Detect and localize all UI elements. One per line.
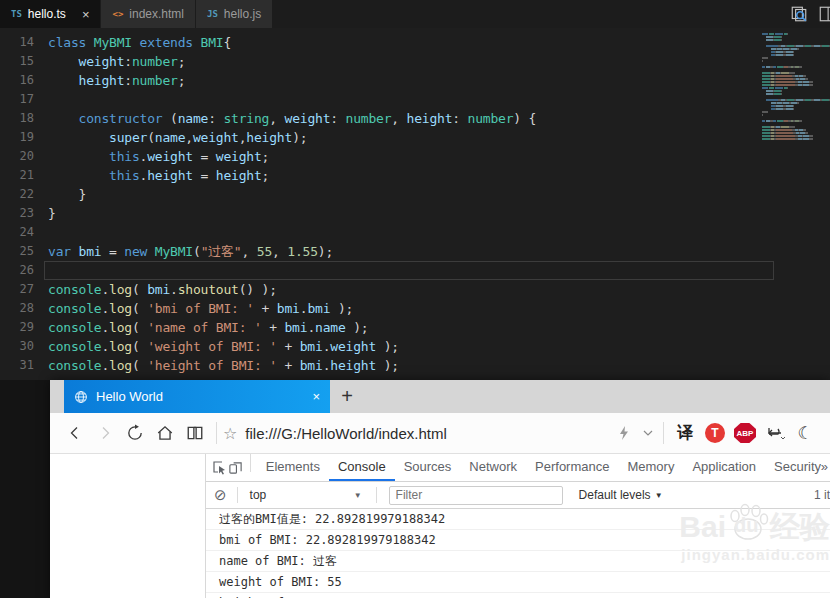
console-log-row: 过客的BMI值是: 22.892819979188342	[206, 509, 830, 530]
code-text: console.log( 'bmi of BMI: ' + bmi.bmi );	[34, 299, 353, 318]
code-line-31[interactable]: 31console.log( 'height of BMI: ' + bmi.h…	[0, 356, 830, 375]
code-editor[interactable]: 14class MyBMI extends BMI{15 weight:numb…	[0, 28, 830, 380]
code-text: height:number;	[34, 71, 185, 90]
line-number: 22	[0, 185, 34, 204]
new-tab-button[interactable]: +	[330, 380, 364, 413]
tab-label: hello.ts	[28, 7, 66, 21]
devtools-tab-memory[interactable]: Memory	[618, 454, 683, 481]
refresh-icon[interactable]	[120, 418, 150, 448]
file-type-icon: JS	[207, 9, 218, 19]
divider	[216, 422, 217, 444]
code-text: constructor (name: string, weight: numbe…	[34, 109, 536, 128]
dark-mode-moon-icon[interactable]: ☾	[790, 418, 820, 448]
devtools-tab-performance[interactable]: Performance	[526, 454, 618, 481]
split-editor-icon[interactable]	[818, 5, 830, 23]
filter-input[interactable]	[389, 486, 563, 505]
close-tab-icon[interactable]: ×	[82, 7, 90, 22]
context-selector[interactable]: top ▼	[244, 488, 370, 502]
undo-close-tab-icon[interactable]	[760, 418, 790, 448]
back-icon[interactable]	[60, 418, 90, 448]
code-line-30[interactable]: 30console.log( 'weight of BMI: ' + bmi.w…	[0, 337, 830, 356]
devtools-tab-network[interactable]: Network	[460, 454, 526, 481]
line-number: 23	[0, 204, 34, 223]
code-line-28[interactable]: 28console.log( 'bmi of BMI: ' + bmi.bmi …	[0, 299, 830, 318]
translate-extension-icon[interactable]: 译	[670, 418, 700, 448]
code-text	[34, 223, 48, 242]
divider	[663, 422, 664, 444]
line-number: 25	[0, 242, 34, 261]
code-text: console.log( 'name of BMI: ' + bmi.name …	[34, 318, 368, 337]
lightning-icon[interactable]	[609, 418, 639, 448]
code-text: this.weight = weight;	[34, 147, 269, 166]
browser-content: ElementsConsoleSourcesNetworkPerformance…	[50, 454, 830, 598]
editor-tab-hello.ts[interactable]: TShello.ts×	[0, 0, 101, 28]
code-line-29[interactable]: 29console.log( 'name of BMI: ' + bmi.nam…	[0, 318, 830, 337]
devtools-tab-application[interactable]: Application	[683, 454, 765, 481]
globe-icon	[74, 390, 88, 404]
devtools-tab-console[interactable]: Console	[329, 454, 395, 481]
code-text: super(name,weight,height);	[34, 128, 307, 147]
caret-down-icon: ▼	[655, 491, 663, 500]
console-log-row: bmi of BMI: 22.892819979188342	[206, 530, 830, 551]
minimap[interactable]	[758, 33, 830, 141]
reading-list-icon[interactable]	[180, 418, 210, 448]
divider	[237, 487, 238, 503]
tampermonkey-extension-icon[interactable]: T	[700, 418, 730, 448]
code-text	[34, 90, 48, 109]
devtools-tab-bar: ElementsConsoleSourcesNetworkPerformance…	[206, 454, 830, 482]
code-line-25[interactable]: 25var bmi = new MyBMI("过客", 55, 1.55);	[0, 242, 830, 261]
vscode-tab-bar: TShello.ts×<>index.htmlJShello.js	[0, 0, 830, 28]
home-icon[interactable]	[150, 418, 180, 448]
tab-close-icon[interactable]: ×	[312, 389, 320, 404]
search-editor-icon[interactable]	[790, 5, 808, 23]
code-line-14[interactable]: 14class MyBMI extends BMI{	[0, 33, 830, 52]
inspect-element-icon[interactable]	[212, 454, 228, 481]
browser-window: Hello World × + ☆ file:///G:/Hel	[50, 380, 830, 598]
browser-tab-hello-world[interactable]: Hello World ×	[64, 380, 330, 413]
divider	[250, 454, 251, 472]
code-line-19[interactable]: 19 super(name,weight,height);	[0, 128, 830, 147]
code-line-27[interactable]: 27console.log( bmi.shoutout() );	[0, 280, 830, 299]
line-number: 15	[0, 52, 34, 71]
forward-icon[interactable]	[90, 418, 120, 448]
editor-tab-hello.js[interactable]: JShello.js	[196, 0, 273, 28]
code-line-18[interactable]: 18 constructor (name: string, weight: nu…	[0, 109, 830, 128]
devtools-tab-elements[interactable]: Elements	[257, 454, 329, 481]
code-line-23[interactable]: 23}	[0, 204, 830, 223]
code-text: console.log( 'height of BMI: ' + bmi.hei…	[34, 356, 399, 375]
line-number: 16	[0, 71, 34, 90]
log-levels-dropdown[interactable]: Default levels ▼	[579, 488, 663, 502]
code-line-16[interactable]: 16 height:number;	[0, 71, 830, 90]
divider	[376, 487, 377, 503]
code-line-24[interactable]: 24	[0, 223, 830, 242]
code-text: }	[34, 185, 86, 204]
tab-label: index.html	[129, 7, 184, 21]
clear-console-icon[interactable]: ⊘	[214, 486, 227, 504]
adblock-extension-icon[interactable]: ABP	[730, 418, 760, 448]
line-number: 20	[0, 147, 34, 166]
device-toolbar-icon[interactable]	[228, 454, 244, 481]
line-number: 31	[0, 356, 34, 375]
line-number: 14	[0, 33, 34, 52]
address-bar: ☆ file:///G:/HelloWorld/index.html 译 T A…	[50, 413, 830, 454]
line-number: 26	[0, 261, 34, 280]
editor-tab-index.html[interactable]: <>index.html	[101, 0, 196, 28]
console-toolbar: ⊘ top ▼ Default levels ▼ 1 it	[206, 482, 830, 509]
chevron-down-icon[interactable]	[639, 418, 657, 448]
editor-actions	[790, 0, 830, 28]
file-type-icon: TS	[11, 9, 22, 19]
devtools-tab-sources[interactable]: Sources	[395, 454, 461, 481]
code-line-17[interactable]: 17	[0, 90, 830, 109]
code-line-20[interactable]: 20 this.weight = weight;	[0, 147, 830, 166]
code-line-22[interactable]: 22 }	[0, 185, 830, 204]
code-text: class MyBMI extends BMI{	[34, 33, 231, 52]
code-line-15[interactable]: 15 weight:number;	[0, 52, 830, 71]
code-line-21[interactable]: 21 this.height = height;	[0, 166, 830, 185]
file-type-icon: <>	[112, 9, 123, 19]
favorite-star-icon[interactable]: ☆	[223, 424, 237, 443]
devtools-overflow-icon[interactable]: »	[821, 459, 828, 474]
browser-tab-strip: Hello World × +	[50, 380, 830, 413]
url-field[interactable]: file:///G:/HelloWorld/index.html	[237, 425, 609, 442]
page-viewport	[50, 454, 205, 598]
code-text: }	[34, 204, 56, 223]
